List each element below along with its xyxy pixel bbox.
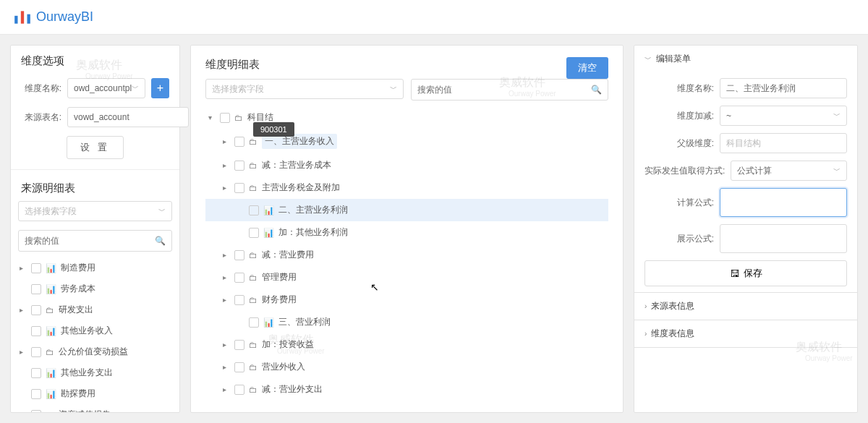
checkbox[interactable] (31, 284, 41, 294)
tree-label: 其他业务支出 (61, 367, 113, 379)
checkbox[interactable] (234, 362, 244, 372)
tree-item[interactable]: ▸ 📊 制造费用 (17, 257, 174, 278)
source-table-label: 来源表名: (21, 111, 61, 124)
center-search-input[interactable] (417, 85, 592, 95)
checkbox[interactable] (234, 137, 244, 147)
tree-item[interactable]: ▸ 🗀 公允价值变动损益 (17, 341, 174, 362)
add-button[interactable]: + (151, 78, 169, 98)
edit-menu-header[interactable]: ﹀ 编辑菜单 (634, 46, 857, 72)
tree-item[interactable]: 📊 勘探费用 (17, 383, 174, 404)
chevron-down-icon: ﹀ (833, 111, 841, 121)
left-panel: 维度选项 维度名称: owd_accountpl﹀ + 来源表名: 设 置 来源… (10, 45, 180, 413)
tree-item[interactable]: ▸ 🗀 减：主营业务成本 (205, 154, 608, 176)
search-icon: 🔍 (155, 236, 166, 246)
checkbox[interactable] (31, 368, 41, 378)
app-logo: OurwayBI (13, 8, 93, 27)
checkbox[interactable] (31, 347, 41, 357)
tree-item[interactable]: 📊 加：其他业务利润 (205, 221, 608, 244)
checkbox[interactable] (31, 263, 41, 273)
search-icon: 🔍 (591, 85, 602, 95)
r-display-formula-input[interactable] (720, 224, 847, 253)
folder-icon: 🗀 (249, 385, 258, 395)
caret-icon: ▸ (223, 363, 230, 371)
checkbox[interactable] (31, 305, 41, 315)
tree-item[interactable]: ▸ 🗀 研发支出 (17, 299, 174, 320)
r-actual-label: 实际发生值取得方式: (644, 165, 725, 177)
caret-icon: ▸ (223, 184, 230, 192)
folder-icon: 🗀 (249, 250, 258, 260)
r-dim-name-input[interactable] (720, 78, 847, 98)
r-parent-input[interactable] (720, 133, 847, 153)
folder-icon: 🗀 (46, 305, 54, 315)
chart-icon: 📊 (263, 228, 274, 238)
left-search-input[interactable] (25, 236, 155, 246)
svg-rect-1 (21, 11, 24, 23)
center-search-value[interactable]: 🔍 (411, 79, 609, 101)
checkbox[interactable] (234, 161, 244, 171)
clear-button[interactable]: 清空 (566, 57, 608, 79)
folder-icon: 🗀 (234, 113, 243, 123)
caret-icon: ▸ (20, 306, 27, 314)
chart-icon: 📊 (46, 368, 56, 378)
folder-icon: 🗀 (46, 410, 54, 413)
r-actual-select[interactable]: 公式计算﹀ (731, 161, 847, 181)
tree-item[interactable]: 📊 其他业务收入 (17, 320, 174, 341)
checkbox[interactable] (31, 410, 41, 413)
svg-rect-2 (27, 14, 30, 23)
r-dim-add-select[interactable]: ~﹀ (720, 106, 847, 126)
folder-icon: 🗀 (249, 340, 258, 350)
folder-icon: 🗀 (249, 273, 258, 283)
checkbox[interactable] (249, 317, 259, 328)
left-search-field-select[interactable]: 选择搜索字段﹀ (18, 201, 172, 221)
center-tree: 900301 ↖ ▾ 🗀 科目结▸ 🗀 一、主营业务收入▸ 🗀 减：主营业务成本… (205, 106, 608, 401)
checkbox[interactable] (249, 228, 259, 238)
checkbox[interactable] (234, 250, 244, 260)
checkbox[interactable] (220, 113, 230, 123)
tree-item[interactable]: ▸ 🗀 管理费用 (205, 266, 608, 289)
tree-label: 加：其他业务利润 (278, 226, 348, 239)
r-parent-label: 父级维度: (644, 137, 714, 150)
tree-item[interactable]: 📊 劳务成本 (17, 278, 174, 299)
tree-item[interactable]: ▸ 🗀 主营业务税金及附加 (205, 176, 608, 199)
center-search-field-select[interactable]: 选择搜索字段﹀ (205, 79, 404, 99)
left-search-value[interactable]: 🔍 (18, 230, 172, 252)
tree-label: 其他业务收入 (61, 325, 113, 337)
chevron-down-icon: ﹀ (390, 84, 397, 94)
chevron-down-icon: ﹀ (833, 166, 841, 176)
left-tree: ▸ 📊 制造费用 📊 劳务成本▸ 🗀 研发支出 📊 其他业务收入▸ 🗀 公允价值… (11, 256, 179, 412)
tree-item[interactable]: ▸ 🗀 减：营业外支出 (205, 378, 608, 401)
tree-item[interactable]: 📊 三、营业利润 (205, 311, 608, 333)
tree-label: 减：营业外支出 (262, 383, 323, 396)
folder-icon: 🗀 (249, 183, 258, 193)
tree-label: 公允价值变动损益 (59, 346, 128, 358)
caret-icon: ▸ (20, 411, 27, 412)
source-info-header[interactable]: › 来源表信息 (634, 293, 857, 320)
checkbox[interactable] (234, 295, 244, 305)
tree-item[interactable]: ▸ 🗀 营业外收入 (205, 356, 608, 378)
checkbox[interactable] (234, 183, 244, 193)
caret-icon: ▸ (223, 296, 230, 304)
checkbox[interactable] (234, 340, 244, 350)
save-button[interactable]: 🖫 保存 (644, 260, 847, 286)
setting-button[interactable]: 设 置 (67, 136, 124, 159)
checkbox[interactable] (31, 389, 41, 399)
checkbox[interactable] (31, 326, 41, 336)
chart-icon: 📊 (46, 326, 56, 336)
checkbox[interactable] (249, 205, 259, 215)
dim-name-select[interactable]: owd_accountpl﹀ (67, 78, 145, 98)
tree-label: 研发支出 (59, 304, 93, 316)
tree-item[interactable]: ▸ 🗀 资产减值损失 (17, 404, 174, 412)
tree-item[interactable]: ▸ 🗀 财务费用 (205, 289, 608, 311)
tree-item[interactable]: ▸ 🗀 减：营业费用 (205, 244, 608, 266)
app-header: OurwayBI (0, 0, 868, 35)
tree-item[interactable]: 📊 二、主营业务利润 (205, 199, 608, 221)
dim-info-header[interactable]: › 维度表信息 (634, 320, 857, 347)
checkbox[interactable] (234, 385, 244, 395)
r-formula-input[interactable] (720, 188, 847, 217)
checkbox[interactable] (234, 273, 244, 283)
caret-icon: ▾ (208, 114, 216, 121)
source-table-input[interactable] (67, 107, 189, 127)
chevron-down-icon: ﹀ (158, 206, 166, 216)
tree-item[interactable]: ▸ 🗀 加：投资收益 (205, 333, 608, 356)
tree-item[interactable]: 📊 其他业务支出 (17, 362, 174, 383)
